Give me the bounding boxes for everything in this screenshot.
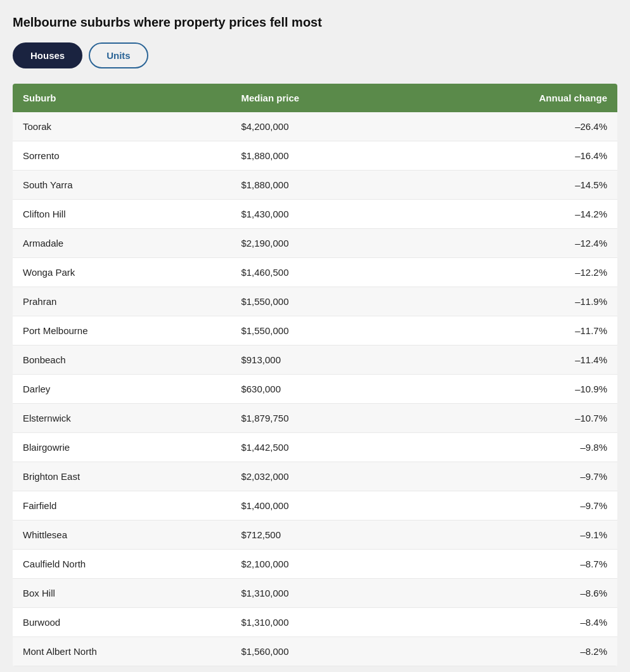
cell-suburb: Brighton East (13, 462, 231, 491)
table-row: Mont Albert North$1,560,000–8.2% (13, 637, 617, 666)
table-row: Box Hill$1,310,000–8.6% (13, 579, 617, 608)
cell-suburb: Fairfield (13, 491, 231, 520)
cell-suburb: Wonga Park (13, 258, 231, 287)
page-title: Melbourne suburbs where property prices … (13, 15, 617, 30)
header-median-price: Median price (231, 84, 412, 112)
table-row: Burwood$1,310,000–8.4% (13, 608, 617, 637)
cell-suburb: Prahran (13, 287, 231, 316)
cell-median-price: $913,000 (231, 346, 412, 375)
cell-annual-change: –9.7% (413, 491, 617, 520)
table-row: Port Melbourne$1,550,000–11.7% (13, 316, 617, 346)
data-table-container: Suburb Median price Annual change Toorak… (13, 84, 617, 666)
cell-median-price: $4,200,000 (231, 112, 412, 141)
cell-annual-change: –8.6% (413, 579, 617, 608)
cell-median-price: $1,550,000 (231, 287, 412, 316)
cell-median-price: $1,400,000 (231, 491, 412, 520)
cell-annual-change: –9.1% (413, 520, 617, 550)
toggle-group: Houses Units (13, 42, 617, 68)
cell-suburb: Bonbeach (13, 346, 231, 375)
table-row: Elsternwick$1,879,750–10.7% (13, 404, 617, 433)
units-toggle-button[interactable]: Units (89, 42, 148, 68)
cell-median-price: $1,880,000 (231, 141, 412, 171)
cell-annual-change: –12.4% (413, 229, 617, 258)
cell-annual-change: –8.4% (413, 608, 617, 637)
cell-median-price: $712,500 (231, 520, 412, 550)
cell-median-price: $1,310,000 (231, 579, 412, 608)
cell-suburb: Armadale (13, 229, 231, 258)
cell-annual-change: –26.4% (413, 112, 617, 141)
table-row: Toorak$4,200,000–26.4% (13, 112, 617, 141)
cell-annual-change: –14.2% (413, 200, 617, 229)
cell-annual-change: –9.8% (413, 433, 617, 462)
cell-median-price: $2,190,000 (231, 229, 412, 258)
cell-suburb: Toorak (13, 112, 231, 141)
cell-median-price: $2,100,000 (231, 550, 412, 579)
cell-suburb: Caulfield North (13, 550, 231, 579)
cell-median-price: $1,880,000 (231, 171, 412, 200)
cell-suburb: Whittlesea (13, 520, 231, 550)
cell-suburb: Port Melbourne (13, 316, 231, 346)
cell-median-price: $1,460,500 (231, 258, 412, 287)
cell-suburb: Darley (13, 375, 231, 404)
cell-median-price: $1,879,750 (231, 404, 412, 433)
cell-annual-change: –10.9% (413, 375, 617, 404)
cell-median-price: $1,560,000 (231, 637, 412, 666)
cell-median-price: $1,430,000 (231, 200, 412, 229)
header-suburb: Suburb (13, 84, 231, 112)
table-row: Prahran$1,550,000–11.9% (13, 287, 617, 316)
table-row: Sorrento$1,880,000–16.4% (13, 141, 617, 171)
table-row: Wonga Park$1,460,500–12.2% (13, 258, 617, 287)
cell-median-price: $1,442,500 (231, 433, 412, 462)
table-row: Clifton Hill$1,430,000–14.2% (13, 200, 617, 229)
cell-annual-change: –11.4% (413, 346, 617, 375)
cell-suburb: Sorrento (13, 141, 231, 171)
cell-annual-change: –11.7% (413, 316, 617, 346)
cell-median-price: $1,550,000 (231, 316, 412, 346)
cell-suburb: South Yarra (13, 171, 231, 200)
cell-annual-change: –11.9% (413, 287, 617, 316)
table-row: South Yarra$1,880,000–14.5% (13, 171, 617, 200)
cell-suburb: Burwood (13, 608, 231, 637)
table-row: Blairgowrie$1,442,500–9.8% (13, 433, 617, 462)
table-row: Fairfield$1,400,000–9.7% (13, 491, 617, 520)
cell-suburb: Elsternwick (13, 404, 231, 433)
cell-annual-change: –10.7% (413, 404, 617, 433)
cell-annual-change: –12.2% (413, 258, 617, 287)
table-row: Darley$630,000–10.9% (13, 375, 617, 404)
cell-suburb: Mont Albert North (13, 637, 231, 666)
table-row: Caulfield North$2,100,000–8.7% (13, 550, 617, 579)
cell-suburb: Clifton Hill (13, 200, 231, 229)
header-annual-change: Annual change (413, 84, 617, 112)
cell-median-price: $630,000 (231, 375, 412, 404)
cell-annual-change: –16.4% (413, 141, 617, 171)
property-table: Suburb Median price Annual change Toorak… (13, 84, 617, 666)
table-header-row: Suburb Median price Annual change (13, 84, 617, 112)
cell-annual-change: –9.7% (413, 462, 617, 491)
table-row: Brighton East$2,032,000–9.7% (13, 462, 617, 491)
table-row: Whittlesea$712,500–9.1% (13, 520, 617, 550)
cell-annual-change: –14.5% (413, 171, 617, 200)
table-row: Bonbeach$913,000–11.4% (13, 346, 617, 375)
cell-annual-change: –8.7% (413, 550, 617, 579)
houses-toggle-button[interactable]: Houses (13, 42, 82, 68)
cell-annual-change: –8.2% (413, 637, 617, 666)
table-row: Armadale$2,190,000–12.4% (13, 229, 617, 258)
cell-median-price: $1,310,000 (231, 608, 412, 637)
cell-suburb: Blairgowrie (13, 433, 231, 462)
cell-median-price: $2,032,000 (231, 462, 412, 491)
cell-suburb: Box Hill (13, 579, 231, 608)
